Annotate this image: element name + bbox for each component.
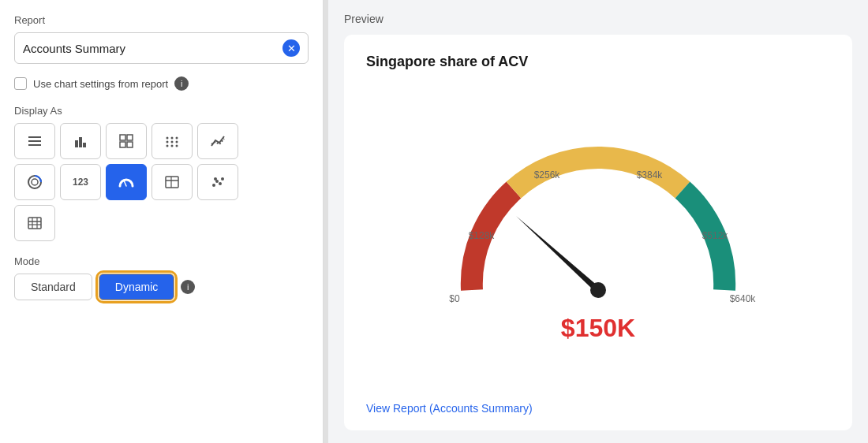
svg-rect-30 bbox=[28, 218, 41, 229]
svg-point-12 bbox=[176, 137, 178, 140]
scatter-display-btn[interactable] bbox=[197, 164, 238, 200]
preview-card: Singapore share of ACV $0 $128k bbox=[344, 35, 852, 430]
gauge-display-btn[interactable] bbox=[106, 164, 147, 200]
svg-rect-22 bbox=[166, 177, 178, 188]
svg-rect-4 bbox=[79, 137, 82, 147]
svg-text:$384k: $384k bbox=[637, 169, 664, 181]
svg-point-17 bbox=[171, 145, 174, 147]
svg-rect-5 bbox=[83, 143, 86, 147]
svg-point-13 bbox=[166, 141, 169, 143]
svg-rect-3 bbox=[75, 140, 78, 147]
preview-label: Preview bbox=[344, 13, 852, 25]
list-display-btn[interactable] bbox=[14, 123, 55, 159]
svg-rect-8 bbox=[120, 142, 125, 147]
report-input-row: Accounts Summary ✕ bbox=[14, 32, 309, 64]
svg-point-29 bbox=[214, 177, 217, 181]
chart-settings-label: Use chart settings from report bbox=[33, 78, 168, 90]
gauge-container: $0 $128k $256k $384k $512k $640k bbox=[366, 83, 830, 393]
clear-report-button[interactable]: ✕ bbox=[282, 39, 300, 57]
table-header-display-btn[interactable] bbox=[152, 164, 193, 200]
svg-text:$0: $0 bbox=[449, 293, 460, 304]
svg-point-27 bbox=[219, 182, 222, 185]
svg-point-11 bbox=[171, 137, 174, 140]
svg-text:$256k: $256k bbox=[534, 169, 561, 181]
svg-text:$128k: $128k bbox=[469, 230, 496, 241]
data-table-display-btn[interactable] bbox=[14, 205, 55, 241]
mode-row: Standard Dynamic i bbox=[14, 274, 309, 300]
mode-label: Mode bbox=[14, 255, 309, 267]
view-report-link[interactable]: View Report (Accounts Summary) bbox=[366, 402, 830, 415]
chart-settings-row: Use chart settings from report i bbox=[14, 76, 309, 91]
donut-display-btn[interactable] bbox=[14, 164, 55, 200]
chart-settings-checkbox[interactable] bbox=[14, 77, 27, 90]
svg-text:$640k: $640k bbox=[730, 293, 757, 304]
right-panel: Preview Singapore share of ACV $0 $128k bbox=[328, 0, 868, 443]
svg-point-28 bbox=[221, 177, 224, 181]
svg-rect-6 bbox=[120, 135, 125, 140]
svg-point-16 bbox=[166, 145, 169, 147]
gauge-svg: $0 $128k $256k $384k $512k $640k bbox=[425, 132, 772, 322]
svg-rect-9 bbox=[127, 142, 133, 147]
svg-point-18 bbox=[176, 145, 178, 147]
line-chart-display-btn[interactable] bbox=[197, 123, 238, 159]
svg-marker-41 bbox=[516, 216, 604, 292]
number-display-btn[interactable]: 123 bbox=[60, 164, 101, 200]
report-section-label: Report bbox=[14, 14, 309, 26]
svg-point-20 bbox=[32, 179, 38, 185]
svg-point-10 bbox=[166, 137, 169, 140]
grid-display-btn[interactable] bbox=[106, 123, 147, 159]
standard-mode-btn[interactable]: Standard bbox=[14, 274, 92, 300]
chart-settings-info-icon[interactable]: i bbox=[174, 76, 189, 91]
display-as-grid: 123 bbox=[14, 123, 309, 241]
dynamic-mode-btn[interactable]: Dynamic bbox=[99, 274, 174, 300]
bar-chart-display-btn[interactable] bbox=[60, 123, 101, 159]
svg-line-21 bbox=[124, 181, 126, 186]
svg-rect-7 bbox=[127, 135, 133, 140]
svg-point-42 bbox=[590, 282, 606, 298]
report-name-text: Accounts Summary bbox=[23, 42, 282, 55]
svg-point-14 bbox=[171, 141, 174, 143]
svg-point-25 bbox=[212, 184, 215, 187]
display-as-label: Display As bbox=[14, 105, 309, 117]
chart-title: Singapore share of ACV bbox=[366, 54, 830, 70]
svg-text:$512k: $512k bbox=[702, 230, 729, 241]
svg-point-15 bbox=[176, 141, 178, 143]
mode-info-icon[interactable]: i bbox=[181, 280, 195, 294]
left-panel: Report Accounts Summary ✕ Use chart sett… bbox=[0, 0, 324, 443]
dot-grid-display-btn[interactable] bbox=[152, 123, 193, 159]
